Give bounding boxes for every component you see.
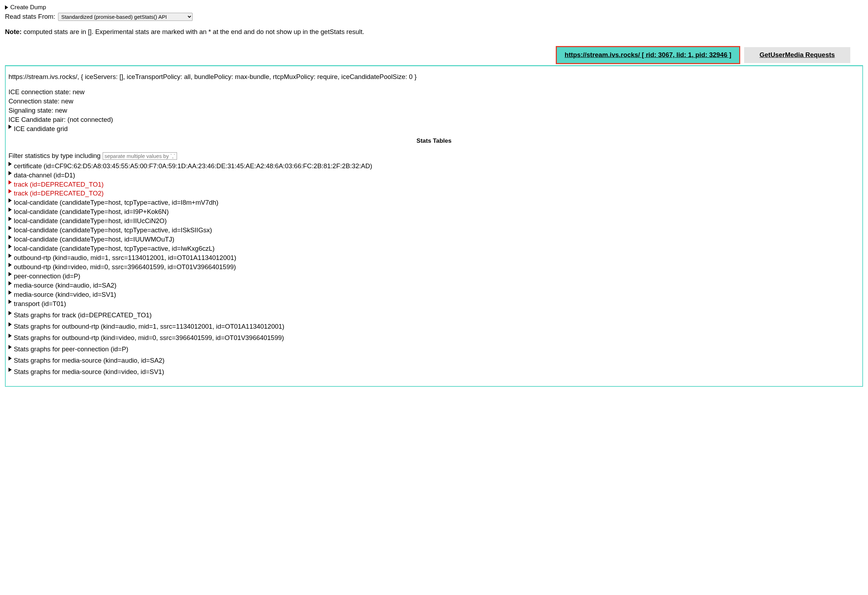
chevron-right-icon xyxy=(9,253,12,258)
note-text: computed stats are in []. Experimental s… xyxy=(22,28,364,36)
stats-entry-toggle[interactable]: certificate (id=CF9C:62:D5:A8:03:45:55:A… xyxy=(9,162,859,171)
tab-getusermedia-label: GetUserMedia Requests xyxy=(760,51,835,59)
chevron-right-icon xyxy=(9,272,12,276)
stats-entry-label: data-channel (id=D1) xyxy=(14,171,859,180)
chevron-right-icon xyxy=(9,125,12,129)
stats-entry-toggle[interactable]: track (id=DEPRECATED_TO2) xyxy=(9,189,859,198)
chevron-right-icon xyxy=(9,162,12,166)
chevron-right-icon xyxy=(9,235,12,240)
chevron-right-icon xyxy=(9,345,12,349)
chevron-right-icon xyxy=(9,226,12,230)
filter-input[interactable] xyxy=(103,152,177,160)
stats-entry-toggle[interactable]: media-source (kind=audio, id=SA2) xyxy=(9,281,859,290)
stats-entry-toggle[interactable]: track (id=DEPRECATED_TO1) xyxy=(9,180,859,189)
stats-entry-toggle[interactable]: Stats graphs for outbound-rtp (kind=vide… xyxy=(9,334,859,342)
chevron-right-icon xyxy=(9,322,12,327)
stats-entry-label: certificate (id=CF9C:62:D5:A8:03:45:55:A… xyxy=(14,162,859,171)
stats-entry-label: local-candidate (candidateType=host, tcp… xyxy=(14,244,859,253)
chevron-right-icon xyxy=(9,244,12,249)
stats-entry-label: local-candidate (candidateType=host, id=… xyxy=(14,217,859,226)
create-dump-label: Create Dump xyxy=(10,3,46,12)
connection-state: Connection state: new xyxy=(9,97,859,106)
read-stats-label: Read stats From: xyxy=(5,12,55,21)
ice-candidate-grid-toggle[interactable]: ICE candidate grid xyxy=(9,125,859,133)
stats-entry-label: media-source (kind=audio, id=SA2) xyxy=(14,281,859,290)
stats-entry-toggle[interactable]: Stats graphs for media-source (kind=vide… xyxy=(9,368,859,376)
tab-getusermedia[interactable]: GetUserMedia Requests xyxy=(744,47,850,63)
note-line: Note: computed stats are in []. Experime… xyxy=(5,28,863,37)
stats-entry-toggle[interactable]: local-candidate (candidateType=host, tcp… xyxy=(9,244,859,253)
stats-entry-toggle[interactable]: outbound-rtp (kind=video, mid=0, ssrc=39… xyxy=(9,263,859,272)
stats-entry-toggle[interactable]: data-channel (id=D1) xyxy=(9,171,859,180)
stats-entry-toggle[interactable]: peer-connection (id=P) xyxy=(9,272,859,281)
stats-entry-toggle[interactable]: local-candidate (candidateType=host, id=… xyxy=(9,207,859,216)
chevron-right-icon xyxy=(9,334,12,338)
stats-entries-list: certificate (id=CF9C:62:D5:A8:03:45:55:A… xyxy=(9,162,859,376)
chevron-right-icon xyxy=(9,281,12,286)
filter-label: Filter statistics by type including xyxy=(9,152,100,160)
ice-candidate-grid-label: ICE candidate grid xyxy=(14,125,859,133)
chevron-right-icon xyxy=(9,180,12,185)
chevron-right-icon xyxy=(5,5,8,10)
note-bold: Note: xyxy=(5,28,22,36)
stats-entry-label: local-candidate (candidateType=host, tcp… xyxy=(14,198,859,207)
stats-entry-label: media-source (kind=video, id=SV1) xyxy=(14,290,859,299)
stats-entry-label: Stats graphs for media-source (kind=vide… xyxy=(14,368,859,376)
stats-entry-label: track (id=DEPRECATED_TO2) xyxy=(14,189,859,198)
chevron-right-icon xyxy=(9,311,12,315)
stats-entry-label: transport (id=T01) xyxy=(14,300,859,308)
stats-entry-label: peer-connection (id=P) xyxy=(14,272,859,281)
stats-entry-label: local-candidate (candidateType=host, tcp… xyxy=(14,226,859,235)
stats-entry-toggle[interactable]: transport (id=T01) xyxy=(9,300,859,308)
chevron-right-icon xyxy=(9,290,12,295)
tab-peerconnection[interactable]: https://stream.ivs.rocks/ [ rid: 3067, l… xyxy=(557,47,739,63)
stats-entry-toggle[interactable]: Stats graphs for track (id=DEPRECATED_TO… xyxy=(9,311,859,320)
stats-entry-label: Stats graphs for track (id=DEPRECATED_TO… xyxy=(14,311,859,320)
stats-api-select[interactable]: Standardized (promise-based) getStats() … xyxy=(58,13,193,21)
stats-entry-toggle[interactable]: local-candidate (candidateType=host, tcp… xyxy=(9,226,859,235)
stats-entry-label: Stats graphs for outbound-rtp (kind=vide… xyxy=(14,334,859,342)
stats-entry-label: Stats graphs for media-source (kind=audi… xyxy=(14,356,859,365)
chevron-right-icon xyxy=(9,198,12,203)
chevron-right-icon xyxy=(9,207,12,212)
pc-config-line: https://stream.ivs.rocks/, { iceServers:… xyxy=(9,73,859,81)
tab-peerconnection-label: https://stream.ivs.rocks/ [ rid: 3067, l… xyxy=(565,51,731,59)
chevron-right-icon xyxy=(9,217,12,221)
stats-entry-label: outbound-rtp (kind=video, mid=0, ssrc=39… xyxy=(14,263,859,272)
stats-entry-label: track (id=DEPRECATED_TO1) xyxy=(14,180,859,189)
stats-entry-label: outbound-rtp (kind=audio, mid=1, ssrc=11… xyxy=(14,253,859,262)
stats-entry-label: Stats graphs for peer-connection (id=P) xyxy=(14,345,859,354)
stats-entry-toggle[interactable]: outbound-rtp (kind=audio, mid=1, ssrc=11… xyxy=(9,253,859,262)
stats-entry-toggle[interactable]: local-candidate (candidateType=host, id=… xyxy=(9,217,859,226)
stats-entry-label: Stats graphs for outbound-rtp (kind=audi… xyxy=(14,322,859,331)
peerconnection-panel: https://stream.ivs.rocks/, { iceServers:… xyxy=(5,65,863,387)
chevron-right-icon xyxy=(9,368,12,372)
chevron-right-icon xyxy=(9,356,12,361)
stats-tables-heading: Stats Tables xyxy=(9,137,859,145)
stats-entry-toggle[interactable]: local-candidate (candidateType=host, id=… xyxy=(9,235,859,244)
stats-entry-toggle[interactable]: Stats graphs for outbound-rtp (kind=audi… xyxy=(9,322,859,331)
stats-entry-toggle[interactable]: Stats graphs for media-source (kind=audi… xyxy=(9,356,859,365)
stats-entry-toggle[interactable]: Stats graphs for peer-connection (id=P) xyxy=(9,345,859,354)
chevron-right-icon xyxy=(9,263,12,267)
chevron-right-icon xyxy=(9,300,12,304)
signaling-state: Signaling state: new xyxy=(9,106,859,115)
ice-candidate-pair: ICE Candidate pair: (not connected) xyxy=(9,115,859,124)
ice-connection-state: ICE connection state: new xyxy=(9,88,859,97)
stats-entry-toggle[interactable]: media-source (kind=video, id=SV1) xyxy=(9,290,859,299)
stats-entry-toggle[interactable]: local-candidate (candidateType=host, tcp… xyxy=(9,198,859,207)
chevron-right-icon xyxy=(9,189,12,193)
create-dump-toggle[interactable]: Create Dump xyxy=(5,3,863,12)
chevron-right-icon xyxy=(9,171,12,175)
stats-entry-label: local-candidate (candidateType=host, id=… xyxy=(14,235,859,244)
stats-entry-label: local-candidate (candidateType=host, id=… xyxy=(14,207,859,216)
